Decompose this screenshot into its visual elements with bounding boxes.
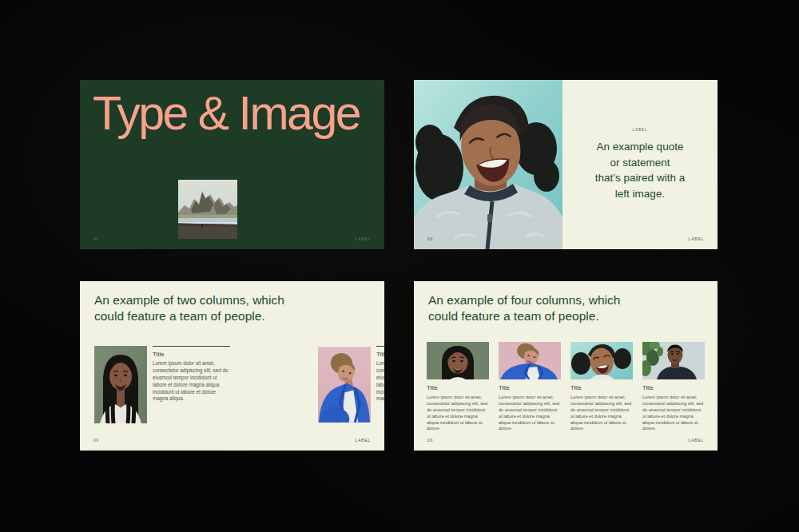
member-body: Lorem ipsum dolor sit amet, consectetur … xyxy=(427,395,489,432)
presentation-template-preview: Type & Image 00 xyxy=(0,0,799,532)
woman-laughing-teal-photo xyxy=(414,80,562,249)
page-number: 00 xyxy=(427,237,433,242)
footer-label: LABEL xyxy=(688,439,704,443)
woman-braids-photo xyxy=(94,346,147,423)
team-member-card: Title Lorem ipsum dolor sit amet, consec… xyxy=(499,342,561,451)
member-title: Title xyxy=(499,384,561,391)
woman-blue-blazer-photo xyxy=(318,346,371,423)
slide-two-columns[interactable]: An example of two columns, which could f… xyxy=(80,281,384,451)
member-body: Lorem ipsum dolor sit amet, consectetur … xyxy=(499,395,561,432)
member-body: Lorem ipsum dolor sit amet, consectetur … xyxy=(642,395,705,432)
footer-label: LABEL xyxy=(688,237,704,242)
member-title: Title xyxy=(570,384,633,391)
slide-type-and-image[interactable]: Type & Image 00 xyxy=(80,80,384,249)
member-title: Title xyxy=(642,384,705,391)
member-body: Lorem ipsum dolor sit amet, consectetur … xyxy=(153,360,230,403)
team-member-card: Title Lorem ipsum dolor sit amet, consec… xyxy=(642,342,705,451)
two-column-layout: Title Lorem ipsum dolor sit amet, consec… xyxy=(94,346,373,451)
member-body: Lorem ipsum dolor sit amet, consectetur … xyxy=(570,395,633,432)
footer-label: LABEL xyxy=(355,439,371,443)
four-column-layout: Title Lorem ipsum dolor sit amet, consec… xyxy=(427,342,705,451)
team-member-card: Title Lorem ipsum dolor sit amet, consec… xyxy=(427,342,489,451)
slide-heading: An example of four columns, which could … xyxy=(428,292,649,324)
slide-title: Type & Image xyxy=(93,89,360,139)
team-member-card: Title Lorem ipsum dolor sit amet, consec… xyxy=(318,346,384,451)
member-title: Title xyxy=(153,351,230,358)
man-portrait-photo xyxy=(642,342,705,379)
page-number: 00 xyxy=(93,237,99,242)
member-title: Title xyxy=(427,384,489,391)
slide-heading: An example of two columns, which could f… xyxy=(94,292,315,324)
slide-four-columns[interactable]: An example of four columns, which could … xyxy=(414,281,718,451)
woman-blue-blazer-photo xyxy=(499,342,561,379)
member-body: Lorem ipsum dolor sit amet, consectetur … xyxy=(376,360,384,403)
footer-label: LABEL xyxy=(355,237,371,242)
page-number: 00 xyxy=(93,439,99,443)
quote-panel: LABEL An example quote or statement that… xyxy=(562,80,718,249)
team-member-card: Title Lorem ipsum dolor sit amet, consec… xyxy=(94,346,308,451)
member-title: Title xyxy=(376,351,384,358)
woman-laughing-teal-photo xyxy=(570,342,633,379)
woman-braids-photo xyxy=(427,342,489,379)
quote-text: An example quote or statement that’s pai… xyxy=(562,139,718,201)
team-member-card: Title Lorem ipsum dolor sit amet, consec… xyxy=(570,342,633,451)
panel-label: LABEL xyxy=(562,128,718,132)
slide-quote-left-image[interactable]: LABEL An example quote or statement that… xyxy=(414,80,718,249)
page-number: 00 xyxy=(427,439,433,443)
mountain-beach-photo xyxy=(178,180,237,239)
